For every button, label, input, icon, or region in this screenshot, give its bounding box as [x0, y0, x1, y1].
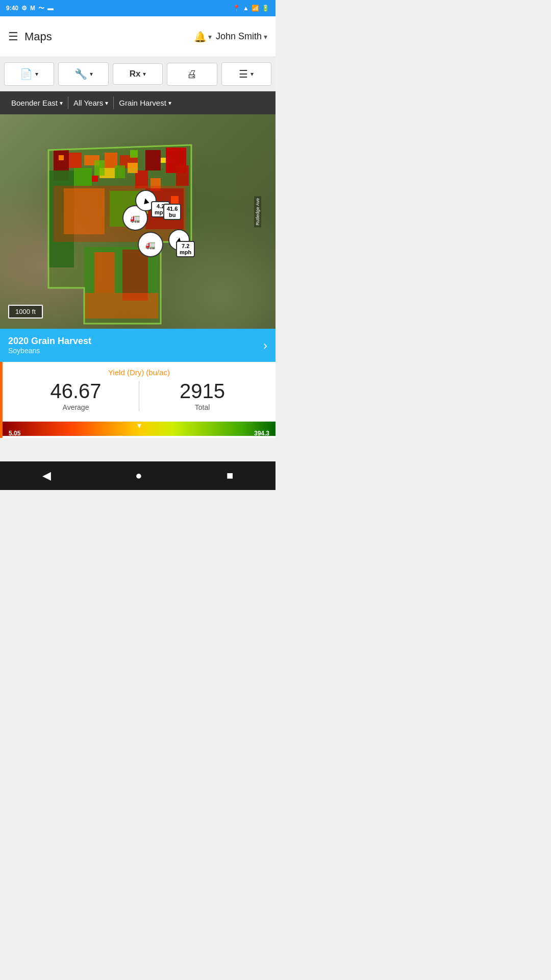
user-menu-button[interactable]: John Smith ▾	[216, 31, 267, 42]
harvest-type-filter[interactable]: Grain Harvest ▾	[114, 96, 177, 109]
map-area[interactable]: Rutledge Ave 🚛 🚛 ▲ ▲ 4.2 mph 41.6 bu 7.2…	[0, 114, 276, 329]
svg-rect-27	[59, 155, 64, 160]
svg-rect-30	[92, 176, 98, 182]
back-icon: ◀	[42, 469, 51, 482]
battery-icon: 🔋	[262, 5, 269, 12]
filter-bar: Boender East ▾ All Years ▾ Grain Harvest…	[0, 91, 276, 114]
yield-value: 41.6	[167, 206, 178, 212]
yield-color-scale[interactable]: 5.05 ▾ 394.3	[3, 420, 276, 438]
speed-badge-2: 7.2 mph	[176, 241, 195, 257]
rx-button[interactable]: Rx ▾	[113, 63, 163, 85]
svg-rect-5	[145, 150, 161, 170]
truck-icon-2: 🚛	[145, 240, 156, 250]
years-label: All Years	[73, 99, 103, 107]
header: ☰ Maps 🔔 ▾ John Smith ▾	[0, 16, 276, 57]
menu-lines-icon: ☰	[239, 68, 248, 80]
status-left: 9:40 ⚙ M 〜 ▬	[6, 4, 54, 13]
svg-rect-17	[115, 165, 125, 178]
combine-marker-2: 🚛	[138, 232, 163, 257]
stats-panel: Yield (Dry) (bu/ac) 46.67 Average 2915 T…	[0, 362, 276, 438]
svg-rect-31	[171, 196, 179, 204]
average-value: 46.67	[13, 381, 139, 401]
stats-row: 46.67 Average 2915 Total	[3, 381, 276, 420]
headset-icon: 〜	[38, 4, 44, 13]
average-stat: 46.67 Average	[13, 381, 139, 411]
location-icon: 📍	[233, 5, 240, 12]
harvest-chevron-icon: ▾	[168, 100, 171, 107]
years-chevron-icon: ▾	[105, 100, 108, 107]
harvest-subtitle: Soybeans	[8, 347, 263, 355]
svg-rect-9	[176, 165, 189, 186]
scale-min-value: 5.05	[7, 429, 22, 438]
arrow-up-icon-1: ▲	[140, 194, 152, 207]
field-chevron-icon: ▾	[60, 100, 63, 107]
svg-rect-8	[135, 170, 148, 188]
field-filter[interactable]: Boender East ▾	[6, 96, 68, 109]
svg-rect-26	[84, 293, 158, 318]
svg-rect-29	[161, 158, 166, 163]
map-scale-bar: 1000 ft	[8, 305, 43, 318]
print-button[interactable]: 🖨	[167, 63, 217, 86]
home-icon: ●	[135, 469, 142, 482]
user-chevron-icon: ▾	[264, 33, 267, 41]
rx-icon: Rx	[130, 69, 141, 79]
harvest-title: 2020 Grain Harvest	[8, 336, 263, 347]
time: 9:40	[6, 5, 18, 12]
document-caret-icon: ▾	[35, 70, 38, 78]
harvest-info-text: 2020 Grain Harvest Soybeans	[8, 336, 263, 355]
tools-button[interactable]: 🔧 ▾	[58, 62, 108, 86]
settings-icon: ⚙	[21, 5, 27, 12]
document-icon: 📄	[20, 68, 33, 80]
svg-rect-14	[128, 163, 138, 173]
yield-badge: 41.6 bu	[163, 204, 181, 220]
total-value: 2915	[139, 381, 265, 401]
scale-caret-icon: ▾	[137, 421, 141, 430]
svg-rect-16	[94, 160, 105, 176]
svg-rect-28	[130, 150, 138, 158]
speed-value-2: 7.2	[180, 243, 191, 249]
toolbar: 📄 ▾ 🔧 ▾ Rx ▾ 🖨 ☰ ▾	[0, 57, 276, 91]
notification-button[interactable]: 🔔 ▾	[194, 31, 212, 43]
years-filter[interactable]: All Years ▾	[68, 96, 114, 109]
truck-icon-1: 🚛	[130, 213, 140, 223]
harvest-type-label: Grain Harvest	[119, 99, 166, 107]
card-icon: ▬	[47, 5, 54, 12]
average-label: Average	[13, 403, 139, 411]
back-button[interactable]: ◀	[32, 465, 61, 486]
svg-rect-20	[64, 188, 105, 234]
bottom-navigation: ◀ ● ■	[0, 461, 276, 490]
road-label: Rutledge Ave	[254, 196, 261, 227]
svg-rect-6	[69, 153, 82, 168]
speed-unit-2: mph	[180, 249, 191, 255]
document-button[interactable]: 📄 ▾	[4, 62, 54, 86]
wrench-icon: 🔧	[74, 68, 87, 80]
yield-unit: bu	[167, 212, 178, 218]
scale-max-value: 394.3	[252, 429, 271, 438]
svg-rect-24	[94, 252, 115, 293]
header-right: 🔔 ▾ John Smith ▾	[194, 31, 267, 43]
recents-button[interactable]: ■	[216, 465, 243, 486]
square-icon: ■	[227, 469, 233, 482]
menu-caret-icon: ▾	[251, 70, 254, 78]
field-name: Boender East	[11, 99, 58, 107]
more-menu-button[interactable]: ☰ ▾	[221, 62, 271, 86]
svg-rect-15	[74, 168, 92, 186]
bell-chevron-icon: ▾	[208, 33, 212, 41]
hamburger-button[interactable]: ☰	[8, 30, 18, 43]
rx-caret-icon: ▾	[143, 70, 146, 78]
scale-label: 1000 ft	[15, 308, 36, 315]
harvest-info-strip[interactable]: 2020 Grain Harvest Soybeans ›	[0, 329, 276, 362]
yield-label: Yield (Dry) (bu/ac)	[3, 362, 276, 381]
tools-caret-icon: ▾	[90, 70, 93, 78]
page-title: Maps	[24, 30, 194, 43]
home-button[interactable]: ●	[125, 465, 152, 486]
user-name: John Smith	[216, 31, 262, 42]
printer-icon: 🖨	[187, 68, 197, 80]
harvest-chevron-right-icon: ›	[263, 338, 267, 353]
signal-icon: 📶	[252, 5, 259, 12]
status-bar: 9:40 ⚙ M 〜 ▬ 📍 ▲ 📶 🔋	[0, 0, 276, 16]
gmail-icon: M	[30, 5, 35, 12]
total-stat: 2915 Total	[139, 381, 265, 411]
status-right: 📍 ▲ 📶 🔋	[233, 5, 269, 12]
total-label: Total	[139, 403, 265, 411]
